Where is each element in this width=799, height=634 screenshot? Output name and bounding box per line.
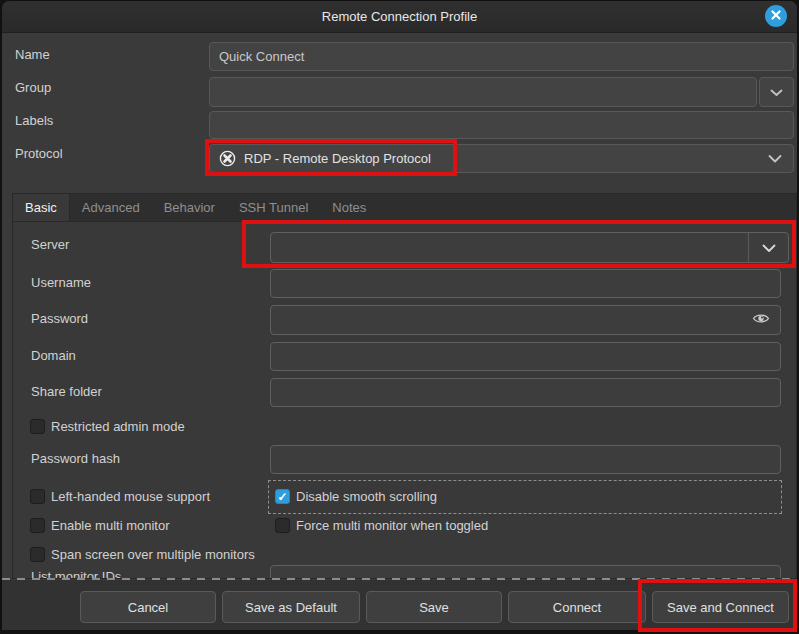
left-handed-mouse-label: Left-handed mouse support [51, 489, 210, 504]
connect-button[interactable]: Connect [508, 591, 646, 623]
remote-connection-profile-dialog: Remote Connection Profile Name Group Lab… [1, 0, 798, 631]
list-monitor-ids-input[interactable] [270, 565, 781, 578]
restricted-admin-label: Restricted admin mode [51, 419, 185, 434]
tab-bar: Basic Advanced Behavior SSH Tunnel Notes [13, 194, 796, 222]
username-input[interactable] [270, 269, 781, 298]
chevron-down-icon [770, 83, 783, 101]
restricted-admin-checkbox[interactable] [30, 419, 45, 434]
server-label: Server [31, 237, 69, 252]
tab-ssh-tunnel[interactable]: SSH Tunnel [227, 194, 320, 221]
password-hash-label: Password hash [31, 451, 120, 466]
enable-multi-monitor-label: Enable multi monitor [51, 518, 170, 533]
tab-basic[interactable]: Basic [12, 194, 70, 221]
save-button[interactable]: Save [366, 591, 502, 623]
list-monitor-ids-label: List monitor IDs [31, 569, 121, 578]
server-field [270, 232, 789, 263]
name-input[interactable] [209, 42, 794, 71]
share-folder-input[interactable] [270, 378, 781, 407]
settings-notebook: Basic Advanced Behavior SSH Tunnel Notes… [12, 193, 797, 579]
tab-advanced[interactable]: Advanced [70, 194, 152, 221]
cancel-button[interactable]: Cancel [80, 591, 216, 623]
password-label: Password [31, 311, 88, 326]
password-input[interactable] [270, 305, 781, 335]
save-as-default-button[interactable]: Save as Default [222, 591, 360, 623]
group-input[interactable] [209, 77, 757, 107]
reveal-password-eye-icon[interactable] [752, 311, 770, 329]
chevron-down-icon [762, 239, 776, 257]
rdp-protocol-icon [219, 150, 236, 167]
server-dropdown-button[interactable] [748, 233, 788, 262]
screenshot-canvas: Remote Connection Profile Name Group Lab… [0, 0, 799, 634]
enable-multi-monitor-checkbox[interactable] [30, 518, 45, 533]
span-screen-label: Span screen over multiple monitors [51, 547, 255, 562]
title-bar[interactable]: Remote Connection Profile [2, 1, 797, 33]
labels-label: Labels [15, 113, 53, 128]
labels-input[interactable] [209, 111, 794, 139]
left-handed-mouse-checkbox[interactable] [30, 489, 45, 504]
close-icon [770, 7, 782, 25]
dialog-title: Remote Connection Profile [2, 1, 797, 32]
domain-input[interactable] [270, 342, 781, 371]
password-field [270, 305, 781, 335]
protocol-selected-value: RDP - Remote Desktop Protocol [244, 151, 431, 166]
domain-label: Domain [31, 348, 76, 363]
force-multi-monitor-checkbox[interactable] [275, 518, 290, 533]
disable-smooth-scrolling-label: Disable smooth scrolling [296, 489, 437, 504]
username-label: Username [31, 275, 91, 290]
share-folder-label: Share folder [31, 384, 102, 399]
server-input[interactable] [271, 233, 748, 262]
protocol-dropdown[interactable]: RDP - Remote Desktop Protocol [209, 144, 794, 173]
dialog-footer: Cancel Save as Default Save Connect Save… [2, 580, 797, 631]
group-label: Group [15, 80, 51, 95]
name-label: Name [15, 47, 50, 62]
protocol-label: Protocol [15, 146, 63, 161]
password-hash-input[interactable] [270, 445, 781, 474]
disable-smooth-scrolling-checkbox[interactable] [275, 489, 290, 504]
tab-behavior[interactable]: Behavior [152, 194, 227, 221]
chevron-down-icon [768, 151, 782, 166]
group-dropdown-button[interactable] [759, 77, 794, 107]
force-multi-monitor-label: Force multi monitor when toggled [296, 518, 488, 533]
close-button[interactable] [765, 5, 787, 27]
basic-tab-content: Server Username Password [13, 221, 796, 578]
save-and-connect-button[interactable]: Save and Connect [652, 591, 789, 623]
span-screen-checkbox[interactable] [30, 547, 45, 562]
tab-notes[interactable]: Notes [320, 194, 378, 221]
